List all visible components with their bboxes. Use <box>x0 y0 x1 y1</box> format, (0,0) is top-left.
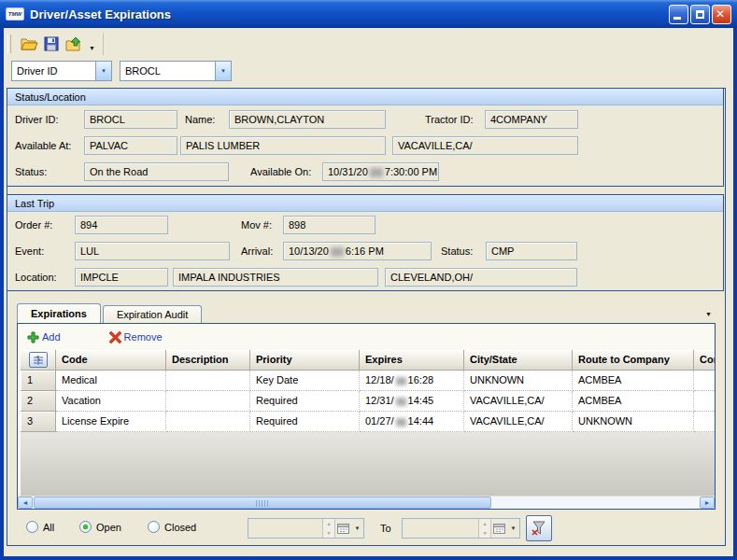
driver-id-field[interactable]: BROCL <box>84 110 177 129</box>
row-selector[interactable]: 3 <box>21 412 56 432</box>
tab-expiration-audit[interactable]: Expiration Audit <box>103 305 202 323</box>
available-at-code-field[interactable]: PALVAC <box>84 136 177 155</box>
clear-filter-button[interactable] <box>526 515 552 541</box>
cell-route[interactable]: ACMBEA <box>573 391 694 412</box>
toolbar-grip[interactable] <box>7 35 11 53</box>
query-field-combobox[interactable]: Driver ID ▼ <box>11 61 112 81</box>
from-calendar-button[interactable] <box>334 519 351 538</box>
export-button[interactable] <box>63 33 85 55</box>
cell-code[interactable]: Vacation <box>56 391 166 412</box>
scroll-right-button[interactable]: ► <box>700 497 715 509</box>
expires-time: 14:44 <box>408 415 434 427</box>
query-field-dropdown-button[interactable]: ▼ <box>95 62 111 80</box>
cell-con[interactable] <box>694 412 715 432</box>
location-city-field[interactable]: CLEVELAND,OH/ <box>385 268 577 287</box>
available-on-field[interactable]: 10/31/207:30:00 PM <box>322 162 439 181</box>
to-date-value <box>403 519 478 538</box>
cell-expires[interactable]: 01/27/14:44 <box>360 412 464 432</box>
radio-circle-icon <box>26 521 38 533</box>
spin-up-button[interactable]: ▲ <box>323 519 334 528</box>
minimize-button[interactable] <box>669 5 688 24</box>
cell-city-state[interactable]: UNKNOWN <box>464 371 573 391</box>
open-button[interactable] <box>18 33 40 55</box>
to-date-picker[interactable]: ▲ ▼ ▼ <box>402 518 520 539</box>
titlebar[interactable]: TMW Driver/Asset Expirations ✕ <box>0 0 737 28</box>
remove-label: Remove <box>124 331 163 343</box>
from-date-picker[interactable]: ▲ ▼ ▼ <box>248 518 364 539</box>
cell-expires[interactable]: 12/18/16:28 <box>360 371 464 391</box>
cell-route[interactable]: ACMBEA <box>573 371 694 391</box>
chevron-down-icon: ▼ <box>101 68 106 74</box>
scroll-left-button[interactable]: ◄ <box>18 497 33 509</box>
name-field[interactable]: BROWN,CLAYTON <box>229 110 386 129</box>
toolbar-overflow-arrow[interactable]: ▼ <box>89 37 95 51</box>
tab-overflow-arrow[interactable]: ▼ <box>705 311 712 317</box>
cell-priority[interactable]: Key Date <box>250 371 360 391</box>
spin-down-button[interactable]: ▼ <box>479 528 490 538</box>
column-header-city-state[interactable]: City/State <box>464 350 573 371</box>
cell-priority[interactable]: Required <box>250 391 360 412</box>
mov-field[interactable]: 898 <box>283 216 376 234</box>
event-field[interactable]: LUL <box>75 242 230 260</box>
remove-button[interactable]: Remove <box>109 331 163 343</box>
radio-closed[interactable]: Closed <box>148 521 196 533</box>
cell-city-state[interactable]: VACAVILLE,CA/ <box>464 391 573 412</box>
horizontal-scrollbar[interactable]: ◄ ► <box>18 496 715 509</box>
cell-description[interactable] <box>166 371 250 391</box>
maximize-button[interactable] <box>690 5 710 24</box>
trip-status-field[interactable]: CMP <box>486 242 577 260</box>
spin-down-button[interactable]: ▼ <box>323 528 334 538</box>
column-header-con[interactable]: Con <box>694 350 715 371</box>
cell-city-state[interactable]: VACAVILLE,CA/ <box>464 412 573 432</box>
table-row[interactable]: 3 License Expire Required 01/27/14:44 VA… <box>21 412 715 432</box>
column-header-description[interactable]: Description <box>166 350 250 371</box>
tab-expirations[interactable]: Expirations <box>17 303 101 323</box>
location-name-field[interactable]: IMPALA INDUSTRIES <box>173 268 378 287</box>
add-label: Add <box>42 331 61 343</box>
to-label: To <box>380 523 391 534</box>
cell-con[interactable] <box>694 371 715 391</box>
row-selector[interactable]: 1 <box>21 371 56 391</box>
location-code-field[interactable]: IMPCLE <box>75 268 168 287</box>
query-value-combobox[interactable]: BROCL ▼ <box>120 61 232 81</box>
arrival-field[interactable]: 10/13/206:16 PM <box>283 242 432 260</box>
order-label: Order #: <box>15 216 52 234</box>
cell-priority[interactable]: Required <box>250 412 360 432</box>
cell-expires[interactable]: 12/31/14:45 <box>360 391 464 412</box>
query-value-dropdown-button[interactable]: ▼ <box>215 62 231 80</box>
radio-open[interactable]: Open <box>79 521 121 533</box>
app-icon: TMW <box>6 7 24 21</box>
cell-code[interactable]: License Expire <box>56 412 166 432</box>
radio-all[interactable]: All <box>26 521 54 533</box>
client-area: ▼ Driver ID ▼ BROCL ▼ Status/Location Dr… <box>4 28 733 556</box>
save-button[interactable] <box>40 33 63 55</box>
to-date-dropdown-button[interactable]: ▼ <box>507 519 519 538</box>
status-field[interactable]: On the Road <box>84 162 229 181</box>
table-row[interactable]: 2 Vacation Required 12/31/14:45 VACAVILL… <box>21 391 715 412</box>
scrollbar-thumb[interactable] <box>34 497 491 509</box>
cell-description[interactable] <box>166 412 250 432</box>
cell-code[interactable]: Medical <box>56 371 166 391</box>
column-header-code[interactable]: Code <box>56 350 166 371</box>
close-button[interactable]: ✕ <box>712 5 731 24</box>
available-at-name-field[interactable]: PALIS LUMBER <box>180 136 386 155</box>
table-row[interactable]: 1 Medical Key Date 12/18/16:28 UNKNOWN A… <box>21 371 715 391</box>
column-chooser-button[interactable] <box>29 352 48 368</box>
available-at-city-field[interactable]: VACAVILLE,CA/ <box>392 136 578 155</box>
column-header-route[interactable]: Route to Company <box>573 350 694 371</box>
cell-con[interactable] <box>694 391 715 412</box>
filter-footer: All Open Closed ▲ ▼ <box>7 510 725 547</box>
cell-route[interactable]: UNKNOWN <box>573 412 694 432</box>
triangle-down-icon: ▼ <box>483 530 488 536</box>
column-header-priority[interactable]: Priority <box>250 350 360 371</box>
column-header-expires[interactable]: Expires <box>360 350 464 371</box>
spin-up-button[interactable]: ▲ <box>479 519 490 528</box>
to-calendar-button[interactable] <box>490 519 507 538</box>
cell-description[interactable] <box>166 391 250 412</box>
add-button[interactable]: Add <box>27 331 61 343</box>
from-date-dropdown-button[interactable]: ▼ <box>351 519 363 538</box>
row-selector[interactable]: 2 <box>21 391 56 412</box>
tractor-id-field[interactable]: 4COMPANY <box>485 110 578 129</box>
order-field[interactable]: 894 <box>75 216 168 234</box>
save-icon <box>44 36 59 51</box>
